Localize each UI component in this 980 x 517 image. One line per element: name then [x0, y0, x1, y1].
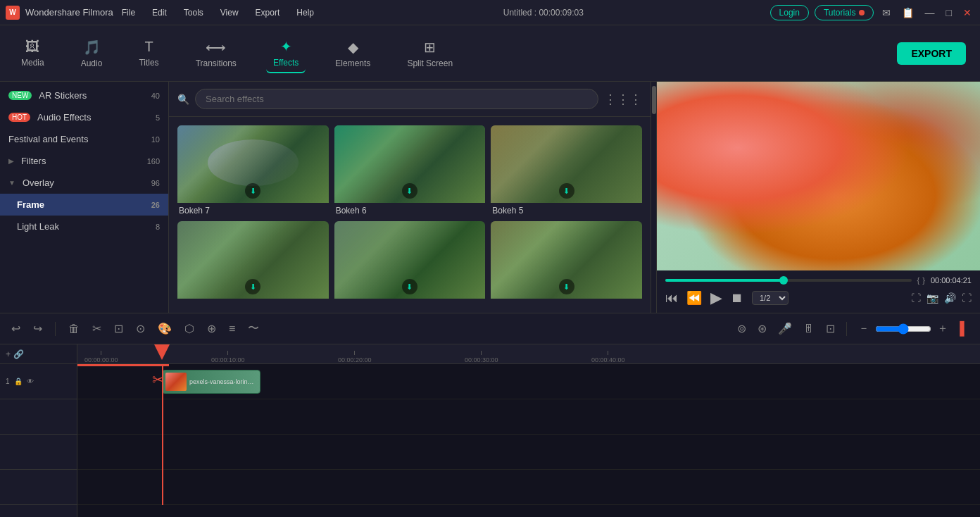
effect6-thumbnail: ⬇	[491, 221, 642, 299]
grid-toggle-button[interactable]: ⋮⋮⋮	[604, 92, 642, 107]
menu-export[interactable]: Export	[253, 6, 283, 19]
elements-icon: ◆	[348, 39, 358, 56]
stop-button[interactable]: ⏹	[731, 291, 743, 306]
export-button[interactable]: EXPORT	[897, 42, 966, 65]
delete-button[interactable]: 🗑	[65, 320, 82, 338]
zoom-slider[interactable]	[875, 323, 931, 335]
timeline-ruler-area: 00:00:00:00 00:00:10:00 00:00:20:00 00:0…	[77, 344, 980, 517]
audio-mix-button[interactable]: ≡	[226, 320, 238, 338]
snapshot-button[interactable]: 📷	[926, 292, 938, 304]
login-button[interactable]: Login	[770, 5, 809, 20]
effect-card-6[interactable]: ⬇	[491, 221, 642, 304]
toolbar-effects[interactable]: ✦ Effects	[266, 34, 306, 73]
mark-button[interactable]: ⊛	[755, 319, 769, 338]
fullscreen-button[interactable]: ⛶	[962, 292, 972, 304]
redo-button[interactable]: ↪	[30, 319, 45, 338]
menu-tools[interactable]: Tools	[181, 6, 206, 19]
main-content: NEW AR Stickers 40 HOT Audio Effects 5 F…	[0, 82, 980, 313]
overlay-label: Overlay	[23, 177, 54, 188]
add-track-button[interactable]: +	[6, 349, 11, 359]
clip-name: pexels-vanessa-loring-5865849	[189, 378, 257, 385]
bokeh7-download-icon: ⬇	[245, 183, 260, 199]
video-clip[interactable]: pexels-vanessa-loring-5865849	[162, 370, 260, 394]
audio-label: Audio	[81, 58, 103, 68]
effect-card-bokeh7[interactable]: ⬇ Bokeh 7	[177, 125, 329, 216]
bokeh6-download-icon: ⬇	[402, 183, 417, 199]
close-button[interactable]: ✕	[960, 7, 974, 18]
play-button[interactable]: ▶	[710, 289, 722, 307]
pip-button[interactable]: ⛶	[911, 292, 921, 304]
effects-scrollbar[interactable]	[651, 82, 656, 313]
clip-select-button[interactable]: ⊙	[133, 319, 148, 338]
effect-card-bokeh5[interactable]: ⬇ Bokeh 5	[491, 125, 642, 216]
toolbar-transitions[interactable]: ⟷ Transitions	[189, 35, 244, 73]
zoom-out-button[interactable]: －	[855, 318, 872, 339]
progress-bar[interactable]	[665, 279, 912, 282]
undo-button[interactable]: ↩	[8, 319, 23, 338]
track-eye-icon[interactable]: 👁	[27, 378, 34, 385]
timeline-tracks-header: + 🔗 1 🔒 👁	[0, 344, 77, 517]
sidebar-item-filters[interactable]: ▶ Filters 160	[0, 150, 168, 172]
sidebar-item-overlay[interactable]: ▼ Overlay 96	[0, 172, 168, 194]
notifications-icon[interactable]: ✉	[879, 6, 893, 20]
titles-icon: T	[144, 39, 153, 55]
menu-view[interactable]: View	[218, 6, 241, 19]
title-bar-left: W Wondershare Filmora File Edit Tools Vi…	[6, 6, 317, 20]
sidebar-item-audio-effects[interactable]: HOT Audio Effects 5	[0, 106, 168, 128]
menu-edit[interactable]: Edit	[149, 6, 170, 19]
waveform-button[interactable]: 〜	[245, 318, 262, 339]
snap-button[interactable]: ⊚	[734, 319, 749, 338]
effect5-download-icon: ⬇	[402, 279, 417, 294]
titles-label: Titles	[139, 58, 158, 68]
light-leak-count: 8	[156, 223, 160, 231]
transition-add-button[interactable]: ⊕	[204, 319, 219, 338]
cut-button[interactable]: ✂	[89, 319, 104, 338]
toolbar-split-screen[interactable]: ⊞ Split Screen	[400, 35, 460, 73]
color-button[interactable]: 🎨	[155, 319, 175, 338]
volume-button[interactable]: 🔊	[944, 292, 956, 304]
timeline-collapse-button[interactable]: ▌	[957, 318, 972, 339]
effects-search-bar: 🔍 ⋮⋮⋮	[169, 82, 651, 117]
sidebar-item-frame[interactable]: Frame 26	[0, 194, 168, 216]
sidebar-item-ar-stickers[interactable]: NEW AR Stickers 40	[0, 85, 168, 106]
toolbar-media[interactable]: 🖼 Media	[14, 35, 51, 72]
effect-card-bokeh6[interactable]: ⬇ Bokeh 6	[334, 125, 486, 216]
mic-button[interactable]: 🎤	[775, 319, 795, 338]
ai-button[interactable]: ⬡	[182, 319, 197, 338]
mix-button[interactable]: 🎚	[800, 320, 817, 338]
ruler-mark-20: 00:00:20:00	[338, 351, 372, 363]
toolbar-titles[interactable]: T Titles	[132, 35, 165, 72]
sidebar-item-festival-events[interactable]: Festival and Events 10	[0, 128, 168, 150]
bokeh6-thumbnail: ⬇	[334, 125, 486, 203]
track-row-3	[77, 435, 980, 470]
zoom-in-button[interactable]: ＋	[934, 318, 951, 339]
updates-icon[interactable]: 📋	[899, 6, 917, 20]
link-tracks-button[interactable]: 🔗	[13, 349, 24, 359]
sidebar-item-light-leak[interactable]: Light Leak 8	[0, 216, 168, 237]
toolbar-audio[interactable]: 🎵 Audio	[74, 35, 110, 73]
tutorials-button[interactable]: Tutorials	[815, 5, 874, 20]
ruler-mark-0: 00:00:00:00	[84, 351, 118, 363]
zoom-select[interactable]: 1/2 1/4 Full	[752, 291, 789, 305]
light-leak-label: Light Leak	[17, 221, 59, 232]
effect-card-5[interactable]: ⬇	[334, 221, 486, 304]
tutorials-label: Tutorials	[824, 8, 856, 18]
search-input[interactable]	[195, 89, 598, 109]
minimize-button[interactable]: —	[922, 7, 938, 18]
bokeh7-label: Bokeh 7	[177, 203, 329, 216]
toolbar-elements[interactable]: ◆ Elements	[328, 35, 377, 73]
frame-back-button[interactable]: ⏪	[686, 290, 702, 306]
track-red-indicator	[77, 364, 169, 366]
title-bar-right: Login Tutorials ✉ 📋 — □ ✕	[770, 5, 974, 20]
crop-button[interactable]: ⊡	[111, 319, 126, 338]
step-back-button[interactable]: ⏮	[665, 291, 678, 306]
track-lock-icon[interactable]: 🔒	[14, 378, 23, 385]
screen-record-button[interactable]: ⊡	[823, 319, 838, 338]
track-rows-container: pexels-vanessa-loring-5865849 ✂	[77, 364, 980, 505]
ruler-mark-10: 00:00:10:00	[211, 351, 245, 363]
maximize-button[interactable]: □	[943, 7, 955, 18]
timeline-ruler[interactable]: 00:00:00:00 00:00:10:00 00:00:20:00 00:0…	[77, 344, 980, 364]
menu-file[interactable]: File	[119, 6, 138, 19]
menu-help[interactable]: Help	[294, 6, 317, 19]
effect-card-4[interactable]: ⬇	[177, 221, 329, 304]
